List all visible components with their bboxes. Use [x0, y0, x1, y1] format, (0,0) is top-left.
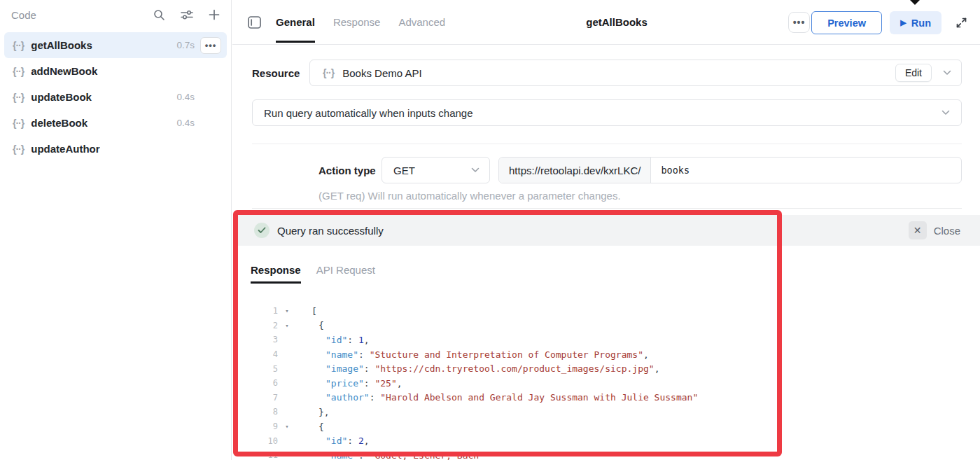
query-editor-page: Code {··}getAllBooks0.7s•••{··}addNewBoo… [0, 0, 980, 460]
code-content: { [296, 320, 980, 330]
status-message: Query ran successfully [277, 225, 384, 237]
code-braces-icon: {··} [13, 40, 24, 51]
code-line: 1▾[ [232, 304, 980, 319]
code-sidebar: Code {··}getAllBooks0.7s•••{··}addNewBoo… [0, 0, 232, 460]
sidebar-item-getAllBooks[interactable]: {··}getAllBooks0.7s••• [4, 32, 227, 58]
token-p: , [654, 363, 660, 374]
query-duration: 0.7s [167, 40, 195, 50]
panel-toggle-icon[interactable] [248, 16, 261, 32]
chevron-down-icon [941, 110, 950, 116]
line-number: 5 [232, 364, 278, 374]
token-p: : [364, 378, 375, 389]
code-braces-icon: {··} [323, 67, 334, 78]
token-s: "Stucture and Interpretation of Computer… [370, 349, 643, 360]
code-content: [ [296, 306, 980, 316]
sidebar-item-updateBook[interactable]: {··}updateBook0.4s [4, 84, 227, 110]
token-s: "https://cdn.tryretool.com/product_image… [374, 363, 654, 374]
run-button[interactable]: ▶ Run [890, 11, 941, 34]
query-name: updateAuthor [31, 143, 99, 155]
filter-sliders-icon[interactable] [181, 9, 193, 20]
sidebar-item-deleteBook[interactable]: {··}deleteBook0.4s [4, 110, 227, 136]
code-content: { [296, 421, 980, 432]
token-k: "price" [326, 378, 364, 389]
code-content: "id": 1, [296, 335, 980, 345]
token-k: "name" [326, 450, 358, 460]
chevron-down-icon [471, 167, 479, 173]
action-type-label: Action type [318, 157, 376, 183]
query-duration: 0.4s [167, 118, 195, 128]
fold-arrow-icon[interactable]: ▾ [278, 307, 296, 314]
token-p: : [347, 435, 358, 446]
method-select[interactable]: GET [382, 157, 490, 183]
line-number: 3 [232, 335, 278, 344]
line-number: 4 [232, 349, 278, 359]
tab-api-request[interactable]: API Request [316, 256, 375, 284]
token-p: }, [318, 407, 330, 417]
code-braces-icon: {··} [13, 118, 24, 129]
editor-tabs: General Response Advanced [276, 0, 445, 44]
sidebar-item-updateAuthor[interactable]: {··}updateAuthor [4, 136, 227, 162]
token-p: , [643, 349, 649, 360]
sidebar-title: Code [11, 9, 36, 21]
token-p: : [364, 363, 375, 374]
token-p: : [347, 335, 358, 345]
token-p: { [318, 421, 324, 432]
results-tabs: Response API Request [251, 256, 375, 284]
token-n: 1 [358, 335, 364, 345]
query-menu-slot: ••• [195, 37, 221, 54]
line-number: 6 [232, 378, 278, 388]
method-value: GET [393, 165, 415, 176]
query-menu-button[interactable]: ••• [200, 37, 221, 54]
token-k: "image" [326, 363, 364, 374]
tab-response-result[interactable]: Response [251, 256, 301, 284]
response-code[interactable]: 1▾[2▾{3"id": 1,4"name": "Stucture and In… [232, 304, 980, 460]
code-braces-icon: {··} [13, 92, 24, 103]
code-line: 5"image": "https://cdn.tryretool.com/pro… [232, 361, 980, 376]
edit-resource-button[interactable]: Edit [895, 64, 932, 82]
token-s: "Godel, Escher, Bach" [370, 450, 484, 460]
expand-icon[interactable] [955, 16, 968, 32]
query-title: getAllBooks [586, 0, 648, 44]
success-check-icon [254, 223, 270, 238]
line-number: 1 [232, 306, 278, 316]
token-p: { [318, 320, 324, 330]
preview-button[interactable]: Preview [811, 11, 882, 34]
token-n: 2 [358, 435, 364, 446]
token-p: : [370, 392, 381, 403]
close-icon[interactable]: ✕ [909, 221, 927, 239]
url-path-input[interactable]: books [651, 158, 961, 183]
tab-advanced[interactable]: Advanced [398, 0, 445, 44]
search-icon[interactable] [153, 9, 165, 21]
fold-arrow-icon[interactable]: ▾ [278, 423, 296, 430]
close-results-button[interactable]: ✕ Close [909, 221, 960, 239]
code-line: 9▾{ [232, 419, 980, 434]
resource-select[interactable]: {··} Books Demo API Edit [309, 60, 962, 86]
tab-response[interactable]: Response [333, 0, 381, 44]
query-name: addNewBook [31, 65, 97, 77]
sidebar-header: Code [0, 0, 231, 29]
code-line: 3"id": 1, [232, 333, 980, 347]
query-name: getAllBooks [31, 39, 92, 51]
add-query-icon[interactable] [209, 9, 220, 20]
token-p: : [358, 349, 370, 360]
code-line: 2▾{ [232, 319, 980, 333]
tooltip-caret [910, 0, 920, 5]
code-content: "name": "Stucture and Interpretation of … [296, 349, 980, 360]
more-options-button[interactable]: ••• [788, 12, 810, 33]
sidebar-tools [153, 9, 220, 21]
tab-general[interactable]: General [276, 0, 315, 44]
line-number: 10 [232, 436, 278, 446]
code-line: 7"author": "Harold Abelson and Gerald Ja… [232, 391, 980, 405]
run-mode-select[interactable]: Run query automatically when inputs chan… [252, 99, 962, 126]
sidebar-item-addNewBook[interactable]: {··}addNewBook [4, 58, 227, 84]
token-k: "id" [326, 335, 347, 345]
fold-arrow-icon[interactable]: ▾ [278, 322, 296, 329]
resource-label: Resource [252, 60, 300, 86]
code-content: "author": "Harold Abelson and Gerald Jay… [296, 392, 980, 403]
chevron-down-icon [943, 70, 951, 76]
token-p: , [364, 335, 370, 345]
query-duration: 0.4s [167, 92, 195, 102]
line-number: 11 [232, 450, 278, 460]
code-content: "id": 2, [296, 435, 980, 446]
run-helper-text: (GET req) Will run automatically wheneve… [318, 190, 621, 202]
